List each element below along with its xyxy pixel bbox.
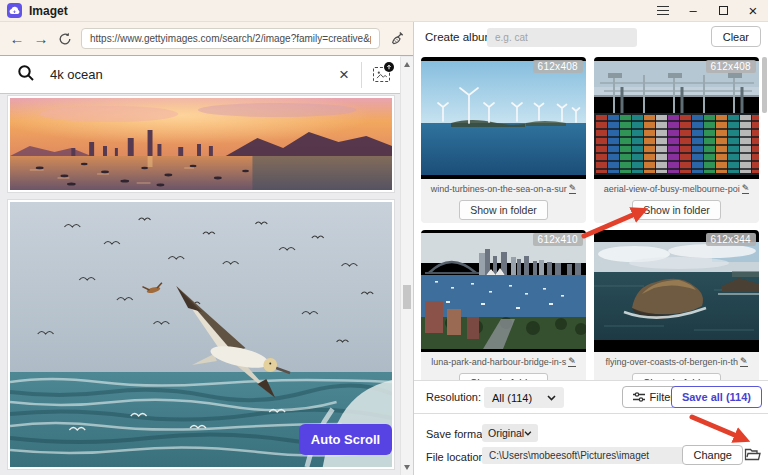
site-search-bar: × xyxy=(0,56,400,94)
image-card: 612x408 wind-turbines-on-the-sea-on-a-su… xyxy=(421,57,586,223)
resolution-label: Resolution: xyxy=(426,391,481,403)
scrollbar-thumb[interactable] xyxy=(403,285,411,309)
downloaded-check-icon xyxy=(561,154,579,172)
save-format-dropdown[interactable]: Original xyxy=(482,424,538,442)
filename: luna-park-and-harbour-bridge-in-s xyxy=(431,357,566,367)
url-bar[interactable] xyxy=(81,28,380,49)
edit-filename-icon[interactable]: ✎ xyxy=(740,357,748,367)
chevron-down-icon xyxy=(547,395,556,401)
webpage-photo-sunset-harbor[interactable] xyxy=(8,96,394,192)
resolution-badge: 612x344 xyxy=(706,233,756,246)
clear-search-icon[interactable]: × xyxy=(327,65,361,85)
clean-broom-icon[interactable] xyxy=(386,31,408,46)
refresh-icon[interactable] xyxy=(53,32,77,46)
window-controls: – × xyxy=(648,0,768,22)
back-icon[interactable]: ← xyxy=(5,30,29,47)
downloaded-check-icon xyxy=(561,327,579,345)
browser-scrollbar[interactable] xyxy=(400,57,413,475)
image-card: 612x410 luna-park-and-harbour-bridge-in-… xyxy=(421,230,586,380)
image-card: 612x344 flying-over-coasts-of-bergen-in-… xyxy=(594,230,759,380)
downloaded-images-grid: 612x408 wind-turbines-on-the-sea-on-a-su… xyxy=(414,55,768,380)
image-card: 612x408 aerial-view-of-busy-melbourne-po… xyxy=(594,57,759,223)
menu-icon[interactable] xyxy=(648,0,678,22)
minimize-button[interactable]: – xyxy=(678,0,708,22)
auto-scroll-button[interactable]: Auto Scroll xyxy=(299,424,392,455)
thumbnail-sydney-harbour[interactable]: 612x410 xyxy=(421,230,586,352)
browser-panel: ← → xyxy=(0,22,413,475)
show-in-folder-button[interactable]: Show in folder xyxy=(459,373,548,380)
thumbnail-bergen-coast[interactable]: 612x344 xyxy=(594,230,759,352)
filename-row: wind-turbines-on-the-sea-on-a-sur ✎ xyxy=(421,184,586,194)
forward-icon[interactable]: → xyxy=(29,30,53,47)
edit-filename-icon[interactable]: ✎ xyxy=(569,184,577,194)
thumbnail-container-port[interactable]: 612x408 xyxy=(594,57,759,179)
browser-navbar: ← → xyxy=(0,22,413,56)
filter-sliders-icon xyxy=(633,392,645,402)
select-images-icon[interactable] xyxy=(362,67,400,82)
url-input[interactable] xyxy=(82,33,379,44)
resolution-dropdown[interactable]: All (114) xyxy=(484,387,564,408)
app-window: Imaget – × ← → xyxy=(0,0,768,475)
scroll-down-icon[interactable] xyxy=(404,465,410,470)
resolution-badge: 612x408 xyxy=(706,60,756,73)
downloaded-check-icon xyxy=(734,154,752,172)
edit-filename-icon[interactable]: ✎ xyxy=(742,184,750,194)
search-input[interactable] xyxy=(48,66,327,83)
save-all-button[interactable]: Save all (114) xyxy=(671,386,762,408)
panel-scrollbar-thumb[interactable] xyxy=(762,57,767,113)
filename: flying-over-coasts-of-bergen-in-th xyxy=(605,357,738,367)
save-settings: Save format: Original File location: Cha… xyxy=(414,414,768,475)
change-location-button[interactable]: Change xyxy=(682,445,743,465)
show-in-folder-button[interactable]: Show in folder xyxy=(632,200,721,220)
show-in-folder-button[interactable]: Show in folder xyxy=(632,373,721,380)
download-panel: Create album: Clear xyxy=(413,22,768,475)
maximize-button[interactable] xyxy=(708,0,738,22)
scroll-up-icon[interactable] xyxy=(404,62,410,67)
filename-row: luna-park-and-harbour-bridge-in-s ✎ xyxy=(421,357,586,367)
resolution-toolbar: Resolution: All (114) Filter Save all (1… xyxy=(414,380,768,414)
resolution-badge: 612x410 xyxy=(533,233,583,246)
search-icon xyxy=(17,64,35,86)
file-location-input[interactable] xyxy=(482,447,697,464)
thumbnail-wind-turbines[interactable]: 612x408 xyxy=(421,57,586,179)
titlebar: Imaget – × xyxy=(0,0,768,22)
create-album-input[interactable] xyxy=(487,28,637,47)
save-format-label: Save format: xyxy=(426,428,488,440)
open-folder-icon[interactable] xyxy=(744,447,761,462)
filename: wind-turbines-on-the-sea-on-a-sur xyxy=(431,184,567,194)
downloaded-check-icon xyxy=(734,327,752,345)
filename-row: aerial-view-of-busy-melbourne-poi ✎ xyxy=(594,184,759,194)
app-logo-cloud-icon xyxy=(7,3,22,18)
resolution-badge: 612x408 xyxy=(533,60,583,73)
filename-row: flying-over-coasts-of-bergen-in-th ✎ xyxy=(594,357,759,367)
edit-filename-icon[interactable]: ✎ xyxy=(568,357,576,367)
selection-badge xyxy=(384,62,394,72)
show-in-folder-button[interactable]: Show in folder xyxy=(459,200,548,220)
filename: aerial-view-of-busy-melbourne-poi xyxy=(604,184,740,194)
close-button[interactable]: × xyxy=(738,0,768,22)
chevron-down-icon xyxy=(524,431,532,436)
app-title: Imaget xyxy=(29,4,68,18)
clear-button[interactable]: Clear xyxy=(711,26,761,47)
file-location-label: File location: xyxy=(426,451,488,463)
